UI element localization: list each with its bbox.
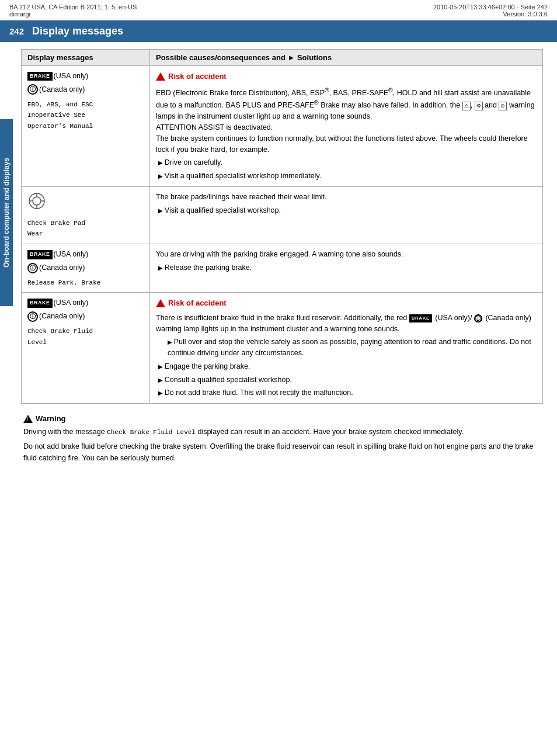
canada-icon-4: ⓘ — [27, 311, 38, 322]
brake-label: BRAKE — [27, 72, 53, 81]
risk-header-1: Risk of accident — [156, 71, 537, 82]
cause-cell-4: Risk of accident There is insufficient b… — [150, 293, 543, 404]
col-cause-header: Possible causes/consequences and ► Solut… — [150, 50, 543, 66]
doc-header: BA 212 USA, CA Edition B 2011; 1; 5, en-… — [0, 0, 557, 20]
cause-body-1: EBD (Electronic Brake force Distribution… — [156, 86, 537, 155]
cause-cell-2: The brake pads/linings have reached thei… — [150, 186, 543, 244]
msg-desc-2: Check Brake PadWear — [27, 217, 144, 240]
msg-cell-1: BRAKE(USA only) ⓘ(Canada only) EBD, ABS,… — [22, 66, 150, 187]
msg-desc-3: Release Park. Brake — [27, 277, 144, 288]
bullet-4-4: Do not add brake fluid. This will not re… — [156, 387, 537, 398]
table-row: BRAKE(USA only) ⓘ(Canada only) EBD, ABS,… — [22, 66, 543, 187]
msg-cell-4: BRAKE(USA only) ⓘ(Canada only) Check Bra… — [22, 293, 150, 404]
risk-text-4: Risk of accident — [168, 297, 227, 309]
warning-triangle-icon — [23, 415, 33, 423]
svg-point-1 — [33, 197, 41, 205]
brake-badge-row1: BRAKE(USA only) — [27, 71, 144, 82]
canada-row4: ⓘ(Canada only) — [27, 311, 144, 322]
bullet-4-1: Pull over and stop the vehicle safely as… — [156, 337, 537, 359]
bullet-3-1: Release the parking brake. — [156, 262, 537, 273]
msg-desc-1: EBD, ABS, and ESCInoperative SeeOperator… — [27, 99, 144, 131]
risk-triangle-icon-1 — [156, 72, 165, 81]
brake-label-3: BRAKE — [27, 250, 53, 259]
cause-cell-1: Risk of accident EBD (Electronic Brake f… — [150, 66, 543, 187]
warning-section: Warning Driving with the message Check B… — [21, 414, 543, 464]
brake-pad-svg-icon — [27, 192, 46, 210]
usa-only-3: (USA only) — [54, 250, 89, 258]
risk-triangle-icon-4 — [156, 299, 165, 307]
cause-body-4: There is insufficient brake fluid in the… — [156, 313, 537, 335]
page-title: Display messages — [32, 25, 123, 37]
risk-text-1: Risk of accident — [168, 71, 227, 82]
canada-only-1: (Canada only) — [39, 85, 85, 93]
usa-only-1: (USA only) — [54, 72, 89, 80]
warning-para1: Driving with the message Check Brake Flu… — [23, 426, 541, 438]
bullet-1-2: Visit a qualified specialist workshop im… — [156, 171, 537, 182]
cause-body-3: You are driving with the parking brake e… — [156, 249, 537, 260]
cause-cell-3: You are driving with the parking brake e… — [150, 244, 543, 293]
bullet-4-3: Consult a qualified specialist workshop. — [156, 374, 537, 386]
brake-label-4: BRAKE — [27, 299, 53, 308]
page-number: 242 — [9, 26, 24, 36]
brake-badge-row4: BRAKE(USA only) — [27, 297, 144, 308]
table-row: Check Brake PadWear The brake pads/linin… — [22, 186, 543, 244]
table-row: BRAKE(USA only) ⓘ(Canada only) Check Bra… — [22, 293, 543, 404]
brake-pad-icon-container — [27, 192, 144, 214]
canada-only-3: (Canada only) — [39, 263, 85, 272]
warning-title: Warning — [36, 414, 66, 423]
risk-header-4: Risk of accident — [156, 297, 537, 309]
warning-para2: Do not add brake fluid before checking t… — [23, 441, 541, 464]
msg-cell-3: BRAKE(USA only) ⓘ(Canada only) Release P… — [22, 244, 150, 293]
canada-row1: ⓘ(Canada only) — [27, 84, 144, 95]
canada-only-4: (Canada only) — [39, 312, 85, 320]
bullet-1-1: Drive on carefully. — [156, 157, 537, 168]
warning-header: Warning — [23, 414, 541, 423]
sidebar-label: On-board computer and displays — [0, 119, 13, 306]
canada-icon-3: ⓘ — [27, 263, 38, 273]
main-wrapper: On-board computer and displays Display m… — [0, 49, 557, 464]
table-row: BRAKE(USA only) ⓘ(Canada only) Release P… — [22, 244, 543, 293]
header-left: BA 212 USA, CA Edition B 2011; 1; 5, en-… — [9, 4, 137, 18]
msg-cell-2: Check Brake PadWear — [22, 186, 150, 244]
canada-row3: ⓘ(Canada only) — [27, 262, 144, 273]
col-msg-header: Display messages — [22, 50, 150, 66]
canada-icon-1: ⓘ — [27, 84, 38, 95]
content-table: Display messages Possible causes/consequ… — [21, 49, 543, 404]
bullet-2-1: Visit a qualified specialist workshop. — [156, 205, 537, 216]
msg-desc-4: Check Brake FluidLevel — [27, 325, 144, 348]
brake-badge-row3: BRAKE(USA only) — [27, 249, 144, 260]
usa-only-4: (USA only) — [54, 299, 89, 307]
page-title-bar: 242 Display messages — [0, 20, 557, 42]
cause-body-2: The brake pads/linings have reached thei… — [156, 192, 537, 203]
header-right: 2010-05-20T13:33:46+02:00 - Seite 242 Ve… — [433, 4, 548, 18]
bullet-4-2: Engage the parking brake. — [156, 361, 537, 372]
